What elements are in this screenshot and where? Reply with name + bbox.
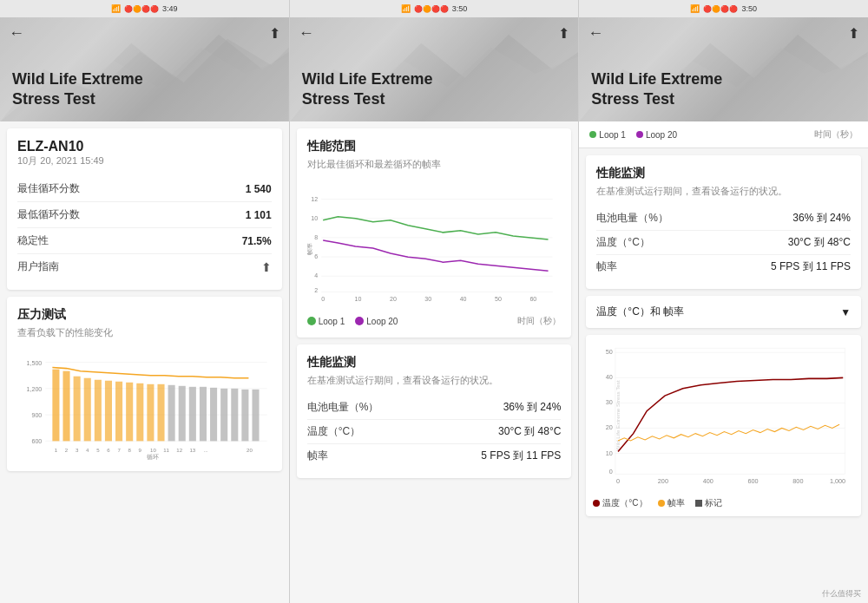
svg-rect-23 xyxy=(168,385,175,442)
svg-text:8: 8 xyxy=(314,234,318,240)
panel-1-header: ← ⬆ Wild Life ExtremeStress Test xyxy=(0,17,289,121)
fps-label-3: 帧率 xyxy=(596,259,617,274)
panels-container: ← ⬆ Wild Life ExtremeStress Test ELZ-AN1… xyxy=(0,17,868,603)
svg-rect-29 xyxy=(231,389,238,442)
device-info-card: ELZ-AN10 10月 20, 2021 15:49 最佳循环分数 1 540… xyxy=(7,128,282,290)
svg-text:10: 10 xyxy=(311,215,318,221)
best-score-row: 最佳循环分数 1 540 xyxy=(17,176,272,202)
svg-rect-25 xyxy=(189,387,196,442)
svg-text:12: 12 xyxy=(311,196,318,202)
svg-rect-74 xyxy=(615,348,845,474)
svg-text:30: 30 xyxy=(424,296,431,302)
svg-rect-21 xyxy=(147,384,154,442)
svg-text:900: 900 xyxy=(31,412,42,418)
svg-text:600: 600 xyxy=(31,438,42,444)
perf-range-title: 性能范围 xyxy=(307,139,562,154)
panel-1-nav: ← ⬆ xyxy=(0,17,289,49)
fps-row-3: 帧率 5 FPS 到 11 FPS xyxy=(596,255,851,279)
svg-rect-24 xyxy=(179,386,186,442)
status-bar-3: 📶 🔴🟠🔴🔴 3:50 xyxy=(579,0,868,17)
panel-3-nav: ← ⬆ xyxy=(579,17,868,49)
svg-rect-14 xyxy=(74,377,81,442)
guide-share-icon[interactable]: ⬆ xyxy=(261,260,272,274)
stress-bar-chart: 1,500 1,200 900 600 xyxy=(17,348,272,461)
perf-monitor-title-3: 性能监测 xyxy=(596,166,851,181)
back-icon-1[interactable]: ← xyxy=(9,24,24,43)
top-loop1-dot xyxy=(589,131,596,138)
temp-chart: 50 40 30 20 10 0 Wild Life Extreme St xyxy=(593,342,854,494)
share-icon-1[interactable]: ⬆ xyxy=(269,25,280,42)
line-chart: 12 10 8 6 4 2 帧率 xyxy=(307,180,562,310)
back-icon-2[interactable]: ← xyxy=(299,24,314,43)
battery-row-2: 电池电量（%） 36% 到 24% xyxy=(307,396,562,420)
svg-text:4: 4 xyxy=(314,272,318,279)
svg-rect-27 xyxy=(210,388,217,442)
svg-text:4: 4 xyxy=(86,449,89,454)
loop20-dot xyxy=(355,317,364,325)
top-legend-bar: Loop 1 Loop 20 时间（秒） xyxy=(579,121,868,148)
loop1-dot xyxy=(307,317,316,325)
svg-text:8: 8 xyxy=(128,449,131,454)
svg-text:1,200: 1,200 xyxy=(27,386,43,392)
status-bar-2: 📶 🔴🟠🔴🔴 3:50 xyxy=(290,0,580,17)
svg-text:5: 5 xyxy=(96,449,100,454)
back-icon-3[interactable]: ← xyxy=(588,24,603,43)
svg-text:800: 800 xyxy=(793,477,804,485)
svg-text:1,500: 1,500 xyxy=(27,360,43,366)
temp-chart-card: 50 40 30 20 10 0 Wild Life Extreme St xyxy=(586,335,861,516)
svg-text:40: 40 xyxy=(606,373,613,381)
device-name: ELZ-AN10 xyxy=(17,139,272,154)
svg-text:10: 10 xyxy=(606,449,613,457)
stress-test-title: 压力测试 xyxy=(17,307,272,323)
lowest-score-row: 最低循环分数 1 101 xyxy=(17,202,272,228)
top-legend-loop1: Loop 1 xyxy=(589,130,626,140)
battery-label-2: 电池电量（%） xyxy=(307,400,379,415)
svg-text:...: ... xyxy=(203,449,207,454)
svg-text:13: 13 xyxy=(189,449,195,454)
perf-monitor-title-2: 性能监测 xyxy=(307,355,562,370)
panel-1-title: Wild Life ExtremeStress Test xyxy=(12,69,143,108)
svg-text:0: 0 xyxy=(609,468,613,475)
legend-fps: 帧率 xyxy=(658,497,685,509)
svg-rect-18 xyxy=(115,382,122,442)
best-score-label: 最佳循环分数 xyxy=(17,181,80,196)
temp-value-3: 30°C 到 48°C xyxy=(788,235,851,250)
svg-text:600: 600 xyxy=(748,477,759,485)
stability-row: 稳定性 71.5% xyxy=(17,228,272,254)
perf-monitor-card-2: 性能监测 在基准测试运行期间，查看设备运行的状况。 电池电量（%） 36% 到 … xyxy=(297,344,572,478)
svg-text:40: 40 xyxy=(459,296,466,302)
legend-temp: 温度（°C） xyxy=(593,497,647,509)
svg-rect-17 xyxy=(105,381,112,442)
svg-text:循环: 循环 xyxy=(147,454,159,460)
chart-legend: Loop 1 Loop 20 时间（秒） xyxy=(307,315,562,327)
top-legend-loop20: Loop 20 xyxy=(636,130,677,140)
svg-text:12: 12 xyxy=(176,449,182,454)
temp-label-2: 温度（°C） xyxy=(307,424,360,439)
panel-2-title: Wild Life ExtremeStress Test xyxy=(302,69,433,108)
svg-rect-12 xyxy=(52,370,59,442)
fps-value-3: 5 FPS 到 11 FPS xyxy=(771,259,851,274)
svg-rect-20 xyxy=(136,383,143,442)
dropdown-label: 温度（°C）和 帧率 xyxy=(596,305,684,319)
svg-text:50: 50 xyxy=(606,348,613,356)
temp-dropdown[interactable]: 温度（°C）和 帧率 ▼ xyxy=(586,296,861,328)
panel-2: ← ⬆ Wild Life ExtremeStress Test 性能范围 对比… xyxy=(290,17,580,603)
guide-row: 用户指南 ⬆ xyxy=(17,254,272,279)
temp-dot xyxy=(593,500,600,507)
share-icon-3[interactable]: ⬆ xyxy=(848,25,859,42)
panel-3-header: ← ⬆ Wild Life ExtremeStress Test xyxy=(579,17,868,121)
x-label: 时间（秒） xyxy=(517,315,561,327)
panel-3: ← ⬆ Wild Life ExtremeStress Test Loop 1 … xyxy=(579,17,868,603)
svg-text:帧率: 帧率 xyxy=(307,243,312,255)
fps-row-2: 帧率 5 FPS 到 11 FPS xyxy=(307,444,562,468)
temp-chart-legend: 温度（°C） 帧率 标记 xyxy=(593,497,854,509)
share-icon-2[interactable]: ⬆ xyxy=(558,25,569,42)
stress-test-subtitle: 查看负载下的性能变化 xyxy=(17,326,272,339)
svg-rect-31 xyxy=(252,390,259,442)
stress-test-card: 压力测试 查看负载下的性能变化 1,500 1,200 900 600 xyxy=(7,297,282,471)
svg-text:3: 3 xyxy=(76,449,79,454)
svg-text:10: 10 xyxy=(354,296,361,302)
svg-text:60: 60 xyxy=(529,296,536,302)
lowest-score-value: 1 101 xyxy=(246,209,272,221)
legend-marker: 标记 xyxy=(695,497,722,509)
